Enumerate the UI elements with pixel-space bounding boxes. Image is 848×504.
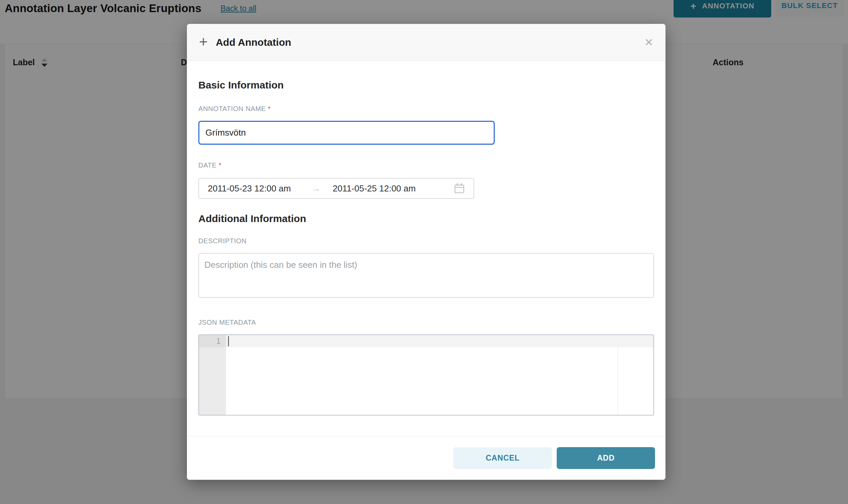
end-date-value[interactable]: 2011-05-25 12:00 am <box>333 183 416 194</box>
cancel-button[interactable]: CANCEL <box>453 447 552 469</box>
add-button[interactable]: ADD <box>557 447 655 469</box>
line-number: 1 <box>199 335 226 347</box>
screen: Annotation Layer Volcanic Eruptions Back… <box>0 0 848 504</box>
description-textarea[interactable] <box>198 253 654 298</box>
modal-header: + Add Annotation ✕ <box>187 24 665 61</box>
plus-icon: + <box>199 34 208 49</box>
editor-active-line[interactable] <box>226 335 653 347</box>
required-asterisk: * <box>219 162 221 169</box>
editor-gutter: 1 <box>199 335 226 415</box>
json-metadata-editor[interactable]: 1 <box>198 335 654 415</box>
date-range-picker[interactable]: 2011-05-23 12:00 am → 2011-05-25 12:00 a… <box>198 178 474 199</box>
annotation-name-label-text: ANNOTATION NAME <box>198 105 266 112</box>
arrow-right-icon: → <box>312 183 321 194</box>
annotation-name-input[interactable] <box>198 121 495 145</box>
modal-body: Basic Information ANNOTATION NAME* DATE*… <box>187 79 665 415</box>
description-label: DESCRIPTION <box>198 237 654 245</box>
close-icon[interactable]: ✕ <box>644 37 653 48</box>
annotation-name-label: ANNOTATION NAME* <box>198 105 654 113</box>
modal-title: Add Annotation <box>216 37 291 48</box>
section-basic-information: Basic Information <box>198 79 654 91</box>
start-date-value[interactable]: 2011-05-23 12:00 am <box>208 183 291 194</box>
text-cursor-icon <box>228 336 229 346</box>
json-metadata-label: JSON METADATA <box>198 319 654 326</box>
print-margin-line <box>618 347 618 415</box>
modal-footer: CANCEL ADD <box>187 436 665 480</box>
date-label: DATE* <box>198 162 654 169</box>
required-asterisk: * <box>268 105 271 112</box>
date-label-text: DATE <box>198 162 217 169</box>
add-annotation-modal: + Add Annotation ✕ Basic Information ANN… <box>187 24 665 480</box>
calendar-icon <box>454 183 465 194</box>
section-additional-information: Additional Information <box>198 213 654 224</box>
